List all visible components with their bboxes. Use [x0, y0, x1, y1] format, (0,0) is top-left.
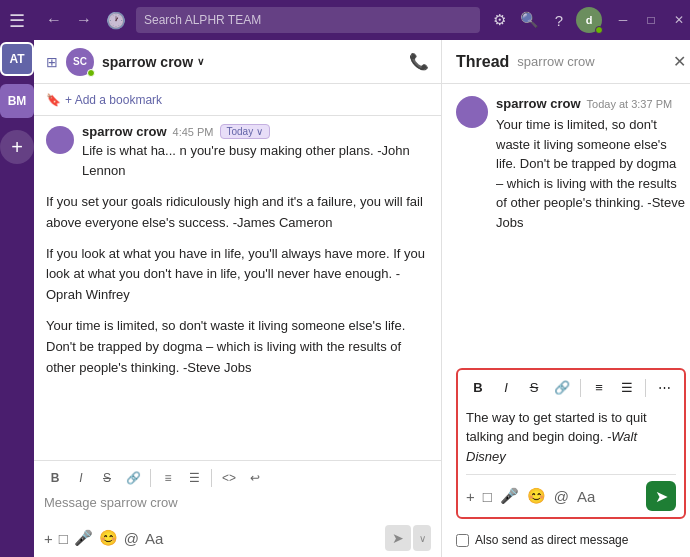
thread-subtitle: sparrow crow [517, 54, 594, 69]
back-icon[interactable]: ← [42, 9, 66, 31]
chat-header-title[interactable]: sparrow crow ∨ [102, 54, 204, 70]
topbar: ← → 🕐 ⚙ 🔍 ? d ─ □ ✕ [34, 0, 690, 40]
mention-icon[interactable]: @ [124, 530, 139, 547]
history-icon[interactable]: 🕐 [102, 9, 130, 32]
format-undo-button[interactable]: ↩ [244, 467, 266, 489]
thread-whiteboard-icon[interactable]: □ [483, 488, 492, 505]
topbar-right-icons: ⚙ 🔍 ? d ─ □ ✕ [486, 7, 690, 33]
main-area: ← → 🕐 ⚙ 🔍 ? d ─ □ ✕ ⊞ SC [34, 0, 690, 557]
thread-strikethrough-button[interactable]: S [522, 376, 546, 400]
forward-icon[interactable]: → [72, 9, 96, 31]
thread-reply-text[interactable]: The way to get started is to quit talkin… [466, 406, 676, 476]
chat-input-placeholder: Message sparrow crow [44, 495, 178, 510]
today-badge[interactable]: Today ∨ [220, 124, 270, 139]
format-code-button[interactable]: <> [218, 467, 240, 489]
user-avatar[interactable]: d [576, 7, 602, 33]
chat-input[interactable]: Message sparrow crow [44, 493, 431, 521]
thread-format-divider-1 [580, 379, 581, 397]
thread-more-button[interactable]: ⋯ [652, 376, 676, 400]
thread-msg-text: Your time is limited, so don't waste it … [496, 115, 686, 232]
thread-link-button[interactable]: 🔗 [550, 376, 574, 400]
chat-header: ⊞ SC sparrow crow ∨ 📞 [34, 40, 441, 84]
content-split: ⊞ SC sparrow crow ∨ 📞 🔖 + Add a bookmark [34, 40, 690, 557]
chat-panel: ⊞ SC sparrow crow ∨ 📞 🔖 + Add a bookmark [34, 40, 442, 557]
mic-icon[interactable]: 🎤 [74, 529, 93, 547]
text-block-3: Your time is limited, so don't waste it … [46, 316, 429, 378]
search-input[interactable] [136, 7, 480, 33]
format-unordered-list-button[interactable]: ☰ [183, 467, 205, 489]
thread-panel: Thread sparrow crow ✕ sparrow crow Today… [442, 40, 690, 557]
thread-send-button[interactable]: ➤ [646, 481, 676, 511]
send-button[interactable]: ➤ [385, 525, 411, 551]
thread-message-1: sparrow crow Today at 3:37 PM Your time … [456, 96, 686, 232]
thread-mic-icon[interactable]: 🎤 [500, 487, 519, 505]
thread-header: Thread sparrow crow ✕ [442, 40, 690, 84]
format-link-button[interactable]: 🔗 [122, 467, 144, 489]
format-divider-1 [150, 469, 151, 487]
chat-header-avatar: SC [66, 48, 94, 76]
format-text-icon[interactable]: Aa [145, 530, 163, 547]
format-bold-button[interactable]: B [44, 467, 66, 489]
thread-close-button[interactable]: ✕ [673, 52, 686, 71]
thread-mention-icon[interactable]: @ [554, 488, 569, 505]
format-ordered-list-button[interactable]: ≡ [157, 467, 179, 489]
chat-actions: + □ 🎤 😊 @ Aa ➤ ∨ [44, 525, 431, 551]
maximize-button[interactable]: □ [638, 7, 664, 33]
thread-msg-header: sparrow crow Today at 3:37 PM [496, 96, 686, 111]
thread-format-text-icon[interactable]: Aa [577, 488, 595, 505]
add-team-button[interactable]: + [0, 130, 34, 164]
chat-messages: sparrow crow 4:45 PM Today ∨ Life is wha… [34, 116, 441, 460]
chat-online-dot [87, 69, 95, 77]
format-strikethrough-button[interactable]: S [96, 467, 118, 489]
whiteboard-icon[interactable]: □ [59, 530, 68, 547]
thread-msg-content: sparrow crow Today at 3:37 PM Your time … [496, 96, 686, 232]
chat-send-group: ➤ ∨ [385, 525, 431, 551]
emoji-icon[interactable]: 😊 [99, 529, 118, 547]
chat-input-area: B I S 🔗 ≡ ☰ <> ↩ Message sparrow crow + … [34, 460, 441, 557]
thread-attach-icon[interactable]: + [466, 488, 475, 505]
thread-msg-time: Today at 3:37 PM [587, 98, 673, 110]
bookmark-label: + Add a bookmark [65, 93, 162, 107]
chat-format-toolbar: B I S 🔗 ≡ ☰ <> ↩ [44, 467, 431, 489]
msg-content: sparrow crow 4:45 PM Today ∨ Life is wha… [82, 124, 429, 180]
thread-direct-message-label: Also send as direct message [475, 533, 628, 547]
bookmark-bar[interactable]: 🔖 + Add a bookmark [34, 84, 441, 116]
chat-header-chevron: ∨ [197, 56, 204, 67]
msg-header: sparrow crow 4:45 PM Today ∨ [82, 124, 429, 139]
thread-messages: sparrow crow Today at 3:37 PM Your time … [442, 84, 690, 360]
hamburger-icon[interactable]: ☰ [5, 8, 29, 34]
thread-ordered-list-button[interactable]: ≡ [587, 376, 611, 400]
thread-format-divider-2 [645, 379, 646, 397]
format-italic-button[interactable]: I [70, 467, 92, 489]
thread-direct-message-option: Also send as direct message [442, 527, 690, 557]
sidebar-avatar-at[interactable]: AT [0, 42, 34, 76]
filter-icon[interactable]: ⚙ [486, 7, 512, 33]
thread-italic-button[interactable]: I [494, 376, 518, 400]
thread-emoji-icon[interactable]: 😊 [527, 487, 546, 505]
online-status-dot [595, 26, 603, 34]
format-divider-2 [211, 469, 212, 487]
thread-reply-input-area: B I S 🔗 ≡ ☰ ⋯ The way to get started is … [456, 368, 686, 520]
thread-bold-button[interactable]: B [466, 376, 490, 400]
thread-unordered-list-button[interactable]: ☰ [615, 376, 639, 400]
msg-text: Life is what ha... n you're busy making … [82, 141, 429, 180]
search-icon[interactable]: 🔍 [516, 7, 542, 33]
sidebar: ☰ AT BM + [0, 0, 34, 557]
message-group: sparrow crow 4:45 PM Today ∨ Life is wha… [46, 124, 429, 180]
send-options-button[interactable]: ∨ [413, 525, 431, 551]
msg-sender-name: sparrow crow [82, 124, 167, 139]
close-button[interactable]: ✕ [666, 7, 690, 33]
window-controls: ─ □ ✕ [610, 7, 690, 33]
thread-direct-message-checkbox[interactable] [456, 534, 469, 547]
msg-avatar [46, 126, 74, 154]
chat-list-icon[interactable]: ⊞ [46, 54, 58, 70]
text-block-1: If you set your goals ridiculously high … [46, 192, 429, 234]
msg-time: 4:45 PM [173, 126, 214, 138]
thread-title: Thread [456, 53, 509, 71]
help-icon[interactable]: ? [546, 7, 572, 33]
minimize-button[interactable]: ─ [610, 7, 636, 33]
thread-msg-avatar [456, 96, 488, 128]
attach-icon[interactable]: + [44, 530, 53, 547]
sidebar-avatar-bm[interactable]: BM [0, 84, 34, 118]
call-icon[interactable]: 📞 [409, 52, 429, 71]
